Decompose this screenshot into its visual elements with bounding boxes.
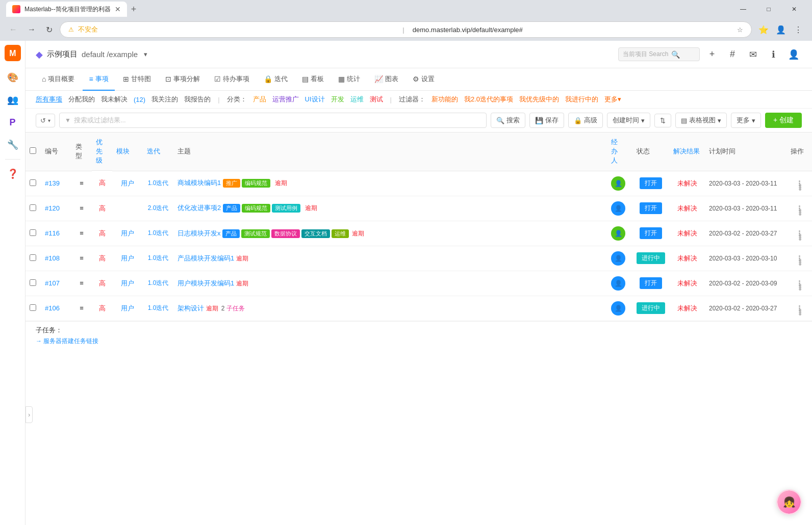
sort-order-btn[interactable]: ⇅ — [654, 114, 671, 127]
tag-ui[interactable]: UI设计 — [305, 95, 325, 104]
bookmark-icon[interactable]: ☆ — [737, 26, 743, 34]
issue-op[interactable]: ••• — [786, 271, 812, 296]
issue-op[interactable]: ••• — [786, 296, 812, 321]
row-more-btn[interactable]: ••• — [791, 255, 808, 261]
issue-op[interactable]: ••• — [786, 171, 812, 196]
issue-id[interactable]: #139 — [41, 171, 71, 196]
row-checkbox[interactable] — [30, 179, 36, 186]
user-avatar-btn[interactable]: 👤 — [785, 46, 802, 63]
tag-ops[interactable]: 运维 — [350, 95, 364, 104]
sidebar-item-palette[interactable]: 🎨 — [3, 67, 23, 88]
row-checkbox[interactable] — [30, 304, 36, 311]
tab-kanban[interactable]: ▤ 看板 — [296, 68, 330, 91]
subtask-link[interactable]: 子任务 — [226, 305, 245, 312]
tab-charts[interactable]: 📈 图表 — [368, 68, 404, 91]
tab-todos[interactable]: ☑ 待办事项 — [208, 68, 256, 91]
new-tab-btn[interactable]: + — [127, 4, 141, 15]
tab-overview[interactable]: ⌂ 项目概要 — [36, 68, 81, 91]
filter-more-btn[interactable]: 更多▾ — [604, 95, 621, 104]
row-checkbox[interactable] — [30, 229, 36, 236]
row-checkbox[interactable] — [30, 279, 36, 286]
issue-subject[interactable]: 日志模块开发x 产品测试规范数据协议交互文档运维 逾期 — [173, 221, 607, 246]
tag-product[interactable]: 产品 — [253, 95, 266, 104]
browser-tab-active[interactable]: Masterlab--简化项目管理的利器 ✕ — [6, 2, 127, 17]
row-more-btn[interactable]: ••• — [791, 280, 808, 286]
save-btn[interactable]: 💾 保存 — [529, 113, 564, 128]
info-btn[interactable]: ℹ — [765, 46, 781, 63]
filter-priority[interactable]: 我优先级中的 — [519, 95, 559, 104]
sidebar-item-p[interactable]: P — [3, 112, 23, 133]
tag-dev[interactable]: 开发 — [331, 95, 344, 104]
forward-btn[interactable]: → — [24, 23, 39, 36]
more-btn[interactable]: 更多 ▾ — [731, 113, 761, 128]
refresh-btn[interactable]: ↺ ▾ — [36, 114, 55, 127]
subject-text[interactable]: 用户模块开发编码1 — [177, 279, 234, 287]
issue-subject[interactable]: 产品模块开发编码1 逾期 — [173, 246, 607, 271]
advanced-btn[interactable]: 🔒 高级 — [568, 113, 603, 128]
back-btn[interactable]: ← — [6, 23, 20, 36]
subject-text[interactable]: 优化改进事项2 — [177, 204, 221, 212]
issue-op[interactable]: ••• — [786, 196, 812, 221]
tag-test[interactable]: 测试 — [370, 95, 383, 104]
filter-new-feature[interactable]: 新功能的 — [432, 95, 458, 104]
issue-module[interactable]: 用户 — [112, 221, 143, 246]
global-search[interactable]: 当前项目 Search 🔍 — [618, 47, 700, 61]
create-btn[interactable]: + 创建 — [765, 113, 802, 128]
issue-module[interactable]: 用户 — [112, 171, 143, 196]
subject-text[interactable]: 架构设计 — [177, 304, 204, 312]
extensions-btn[interactable]: ⭐ — [756, 22, 771, 37]
issue-iteration[interactable]: 2.0迭代 — [143, 196, 173, 221]
view-btn[interactable]: ▤ 表格视图 ▾ — [675, 113, 727, 128]
minimize-btn[interactable]: — — [731, 2, 755, 16]
filter-all-issues[interactable]: 所有事项 — [36, 95, 62, 104]
tab-issues[interactable]: ≡ 事项 — [83, 68, 114, 91]
header-priority[interactable]: 优先级 — [92, 133, 112, 171]
issue-id[interactable]: #108 — [41, 246, 71, 271]
issue-subject[interactable]: 优化改进事项2 产品编码规范测试用例逾期 — [173, 196, 607, 221]
close-btn[interactable]: ✕ — [782, 2, 806, 16]
hashtag-btn[interactable]: # — [724, 46, 741, 63]
filter-following[interactable]: 我关注的 — [151, 95, 178, 104]
issue-id[interactable]: #116 — [41, 221, 71, 246]
refresh-btn[interactable]: ↻ — [43, 23, 56, 37]
tab-settings[interactable]: ⚙ 设置 — [407, 68, 441, 91]
tab-close-btn[interactable]: ✕ — [115, 5, 121, 13]
menu-btn[interactable]: ⋮ — [791, 22, 806, 37]
issue-subject[interactable]: 商城模块编码1 推广编码规范逾期 — [173, 171, 607, 196]
issue-id[interactable]: #106 — [41, 296, 71, 321]
issue-iteration[interactable]: 1.0迭代 — [143, 221, 173, 246]
issue-module[interactable] — [112, 196, 143, 221]
maximize-btn[interactable]: □ — [757, 2, 780, 16]
tab-gantt[interactable]: ⊞ 甘特图 — [117, 68, 157, 91]
mail-btn[interactable]: ✉ — [745, 46, 761, 63]
issue-id[interactable]: #120 — [41, 196, 71, 221]
row-checkbox[interactable] — [30, 204, 36, 211]
filter-assigned[interactable]: 分配我的 — [68, 95, 95, 104]
chat-bubble-btn[interactable]: 👧 — [776, 489, 802, 515]
add-btn[interactable]: + — [704, 46, 720, 63]
issue-module[interactable]: 用户 — [112, 246, 143, 271]
project-dropdown-btn[interactable]: ▾ — [144, 50, 147, 58]
tab-breakdown[interactable]: ⊡ 事项分解 — [159, 68, 206, 91]
row-checkbox[interactable] — [30, 254, 36, 261]
account-btn[interactable]: 👤 — [773, 22, 789, 37]
filter-reported[interactable]: 我报告的 — [184, 95, 211, 104]
filter-inprogress[interactable]: 我进行中的 — [565, 95, 598, 104]
issue-module[interactable]: 用户 — [112, 296, 143, 321]
issue-iteration[interactable]: 1.0迭代 — [143, 271, 173, 296]
sidebar-item-tools[interactable]: 🔧 — [3, 135, 23, 155]
subject-text[interactable]: 商城模块编码1 — [177, 179, 221, 187]
issue-iteration[interactable]: 1.0迭代 — [143, 246, 173, 271]
row-more-btn[interactable]: ••• — [791, 205, 808, 211]
issue-module[interactable]: 用户 — [112, 271, 143, 296]
subject-text[interactable]: 产品模块开发编码1 — [177, 254, 234, 262]
row-more-btn[interactable]: ••• — [791, 305, 808, 311]
filter-input[interactable]: ▼ 搜索或过滤结果... — [59, 113, 487, 128]
tab-stats[interactable]: ▦ 统计 — [332, 68, 366, 91]
sidebar-item-users[interactable]: 👥 — [3, 90, 23, 110]
issue-subject[interactable]: 用户模块开发编码1 逾期 — [173, 271, 607, 296]
tag-marketing[interactable]: 运营推广 — [272, 95, 299, 104]
tab-iteration[interactable]: 🔒 迭代 — [258, 68, 294, 91]
search-btn[interactable]: 🔍 搜索 — [491, 113, 525, 128]
row-more-btn[interactable]: ••• — [791, 180, 808, 186]
